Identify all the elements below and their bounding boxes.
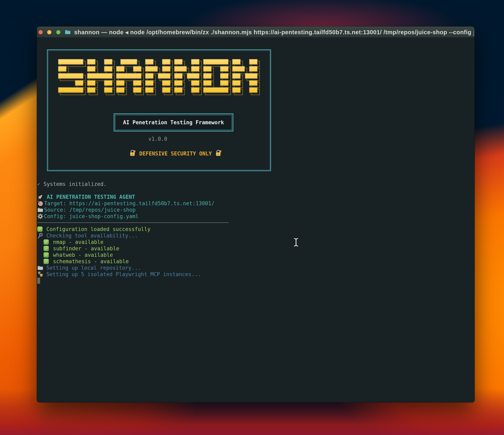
terminal-line-text: AI PENETRATION TESTING AGENT	[47, 194, 135, 200]
dart-icon	[37, 200, 43, 206]
terminal-line-text: Configuration loaded successfully	[46, 226, 151, 232]
check-icon: ✓	[37, 181, 40, 187]
terminal-line: Setting up local repository...	[37, 265, 475, 271]
folder-proxy-icon	[65, 29, 71, 36]
gear-icon	[37, 213, 43, 219]
framework-subtitle: AI Penetration Testing Framework	[115, 114, 233, 131]
terminal-line: ✓Systems initialized.	[37, 181, 475, 187]
minimize-button[interactable]	[47, 30, 51, 34]
terminal-line-text: Target: https://ai-pentesting.tailfd50b7…	[44, 200, 214, 207]
terminal-line: AI PENETRATION TESTING AGENT	[37, 194, 475, 200]
magnifier-icon	[37, 233, 43, 239]
terminal-line: Target: https://ai-pentesting.tailfd50b7…	[37, 200, 475, 207]
terminal-line: ✓whatweb - available	[37, 252, 475, 258]
security-badge: DEFENSIVE SECURITY ONLY	[129, 149, 222, 158]
separator-rule	[37, 222, 229, 223]
checkbox-icon: ✓	[44, 239, 49, 245]
wallpaper-left-flame	[0, 0, 39, 435]
framework-subtitle-box: AI Penetration Testing Framework	[114, 113, 233, 132]
terminal-content[interactable]: AI Penetration Testing Framework v1.0.0 …	[37, 38, 475, 402]
security-badge-label: DEFENSIVE SECURITY ONLY	[139, 151, 212, 157]
titlebar[interactable]: shannon — node ◂ node /opt/homebrew/bin/…	[37, 27, 475, 38]
terminal-line-text: whatweb - available	[53, 252, 113, 258]
folder-icon	[37, 265, 43, 271]
rocket-icon	[37, 194, 43, 200]
terminal-line: ✓nmap - available	[37, 239, 475, 245]
cursor-line	[37, 277, 475, 284]
terminal-line-text: Systems initialized.	[44, 181, 107, 187]
terminal-line-text: Config: juice-shop-config.yaml	[44, 213, 139, 220]
shannon-ascii-logo	[58, 59, 261, 99]
window-title: shannon — node ◂ node /opt/homebrew/bin/…	[74, 27, 474, 37]
terminal-line-text: Checking tool availability...	[46, 232, 138, 239]
checkbox-icon: ✓	[44, 246, 49, 251]
terminal-line-text: schemathesis - available	[53, 258, 129, 265]
version-label: v1.0.0	[148, 136, 167, 142]
banner-box: AI Penetration Testing Framework v1.0.0 …	[47, 49, 271, 171]
blank-line	[37, 187, 475, 194]
terminal-line: ✓Configuration loaded successfully	[37, 226, 475, 232]
lock-icon	[215, 150, 222, 158]
checkbox-icon: ✓	[44, 258, 49, 264]
terminal-line: Checking tool availability...	[37, 232, 475, 239]
checkbox-icon: ✓	[44, 252, 49, 258]
separator-line	[37, 220, 475, 226]
terminal-line: Setting up 5 isolated Playwright MCP ins…	[37, 271, 475, 277]
terminal-line: ✓subfinder - available	[37, 245, 475, 252]
folder-icon	[37, 207, 43, 213]
terminal-output: ✓Systems initialized.AI PENETRATION TEST…	[37, 181, 475, 284]
terminal-line: Source: /tmp/repos/juice-shop	[37, 207, 475, 213]
terminal-line: Config: juice-shop-config.yaml	[37, 213, 475, 220]
close-button[interactable]	[38, 30, 43, 34]
terminal-window: shannon — node ◂ node /opt/homebrew/bin/…	[37, 27, 475, 402]
checkbox-icon: ✓	[37, 226, 43, 232]
masks-icon	[37, 271, 43, 277]
terminal-cursor	[37, 278, 40, 284]
terminal-line-text: nmap - available	[53, 239, 103, 245]
terminal-line-text: subfinder - available	[53, 245, 119, 252]
terminal-line-text: Source: /tmp/repos/juice-shop	[44, 207, 136, 213]
terminal-line-text: Setting up 5 isolated Playwright MCP ins…	[46, 271, 201, 277]
ibeam-mouse-cursor	[293, 238, 299, 248]
lock-icon	[129, 150, 136, 158]
zoom-button[interactable]	[56, 30, 61, 34]
terminal-line: ✓schemathesis - available	[37, 258, 475, 265]
terminal-line-text: Setting up local repository...	[46, 265, 141, 271]
